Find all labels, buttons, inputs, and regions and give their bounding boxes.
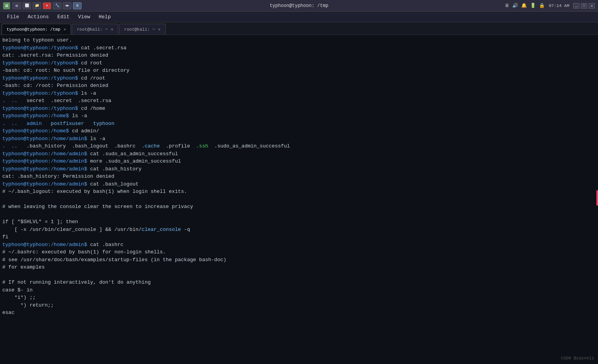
taskbar-btn-5[interactable]: 🔧 [53, 2, 61, 9]
terminal-line: -bash: cd: root: No such file or directo… [2, 67, 596, 75]
menu-help[interactable]: Help [95, 13, 114, 21]
terminal-line: cat: .secret.rsa: Permission denied [2, 52, 596, 59]
maximize-button[interactable]: □ [581, 3, 587, 9]
terminal-line: # If not running interactively, don't do… [2, 279, 596, 286]
terminal-line: . .. .bash_history .bash_logout .bashrc … [2, 142, 596, 150]
taskbar-btn-4[interactable]: ● [43, 2, 51, 9]
notification-icon: 🔔 [521, 3, 527, 9]
scroll-indicator [596, 190, 598, 206]
monitor-icon: 🖥 [504, 3, 509, 9]
menu-bar: File Actions Edit View Help [0, 12, 598, 23]
terminal-line: typhoon@typhoon:/typhoon$ cat .secret.rs… [2, 44, 596, 52]
close-button[interactable]: ✕ [589, 3, 595, 9]
terminal-line: typhoon@typhoon:/typhoon$ ls -a [2, 90, 596, 97]
terminal-line: *) return;; [2, 302, 596, 309]
taskbar-btn-2[interactable]: ⬜ [23, 2, 31, 9]
tab-label-1: typhoon@typhoon: /tmp [7, 27, 61, 32]
minimize-button[interactable]: _ [573, 3, 579, 9]
terminal-line: typhoon@typhoon:/home/admin$ cat .bash_h… [2, 165, 596, 173]
terminal-line [2, 271, 596, 279]
app-window: File Actions Edit View Help typhoon@typh… [0, 12, 598, 364]
lock-icon: 🔒 [539, 3, 545, 9]
tab-close-2[interactable]: ✕ [111, 27, 113, 32]
tab-label-3: root@kali: ~ [124, 27, 155, 32]
tab-root-kali-2[interactable]: root@kali: ~ ✕ [119, 24, 166, 35]
tab-bar: typhoon@typhoon: /tmp ✕ root@kali: ~ ✕ r… [0, 23, 598, 35]
terminal-line: # when leaving the console clear the scr… [2, 203, 596, 211]
terminal-line: typhoon@typhoon:/typhoon$ cd /root [2, 75, 596, 82]
terminal-line: # ~/.bash_logout: executed by bash(1) wh… [2, 188, 596, 196]
battery-icon: 🔋 [530, 3, 536, 9]
volume-icon: 🔊 [512, 3, 518, 9]
terminal-line: typhoon@typhoon:/typhoon$ cd /home [2, 105, 596, 113]
terminal-line: -bash: cd: /root: Permission denied [2, 82, 596, 90]
terminal-line: [ -x /usr/bin/clear_console ] && /usr/bi… [2, 226, 596, 234]
terminal-line: typhoon@typhoon:/home/admin$ ls -a [2, 135, 596, 143]
menu-edit[interactable]: Edit [54, 13, 73, 21]
terminal-line: cat: .bash_history: Permission denied [2, 173, 596, 180]
terminal-line: typhoon@typhoon:/home$ ls -a [2, 112, 596, 120]
terminal-line: typhoon@typhoon:/typhoon$ cd root [2, 59, 596, 67]
watermark-text: CSDN @zaynel1 [561, 356, 594, 361]
terminal-content[interactable]: belong to typhoon user. typhoon@typhoon:… [0, 35, 598, 352]
title-bar: 🖥 ▤ ⬜ 📁 ● 🔧 ◀▶ 🖥 typhoon@typhoon: /tmp 🖥… [0, 0, 598, 12]
terminal-line: typhoon@typhoon:/home$ cd admin/ [2, 127, 596, 135]
window-title: typhoon@typhoon: /tmp [270, 3, 328, 9]
terminal-line: *i*) ;; [2, 294, 596, 302]
terminal-line: # ~/.bashrc: executed by bash(1) for non… [2, 248, 596, 256]
tab-close-1[interactable]: ✕ [64, 27, 66, 32]
taskbar-btn-1[interactable]: ▤ [12, 2, 21, 9]
terminal-line: if [ "$SHLVL" = 1 ]; then [2, 218, 596, 226]
tab-typhoon-tmp[interactable]: typhoon@typhoon: /tmp ✕ [2, 24, 71, 35]
terminal-line: typhoon@typhoon:/home/admin$ more .sudo_… [2, 158, 596, 165]
terminal-line: case $- in [2, 286, 596, 294]
terminal-line: typhoon@typhoon:/home/admin$ cat .bashrc [2, 241, 596, 249]
taskbar-btn-7[interactable]: 🖥 [73, 2, 81, 9]
terminal-line: . .. admin postfixuser typhoon [2, 120, 596, 128]
terminal-line: fi [2, 233, 596, 241]
terminal-line: # see /usr/share/doc/bash/examples/start… [2, 256, 596, 264]
tab-root-kali-1[interactable]: root@kali: ~ ✕ [72, 24, 118, 35]
tab-close-3[interactable]: ✕ [158, 27, 161, 32]
terminal-line: esac [2, 309, 596, 317]
terminal-line: typhoon@typhoon:/home/admin$ cat .sudo_a… [2, 150, 596, 158]
menu-actions[interactable]: Actions [24, 13, 53, 21]
terminal-line: # for examples [2, 263, 596, 271]
clock: 07:14 AM [549, 3, 569, 8]
menu-view[interactable]: View [74, 13, 94, 21]
terminal-line: typhoon@typhoon:/home/admin$ cat .bash_l… [2, 180, 596, 188]
terminal-line: belong to typhoon user. [2, 36, 596, 44]
terminal-line [2, 211, 596, 218]
terminal-line [2, 196, 596, 203]
terminal-line: . .. secret .secret .secret.rsa [2, 97, 596, 105]
menu-file[interactable]: File [3, 13, 23, 21]
bottom-bar: CSDN @zaynel1 [0, 352, 598, 364]
taskbar-btn-3[interactable]: 📁 [33, 2, 41, 9]
tab-label-2: root@kali: ~ [77, 27, 107, 32]
app-icon: 🖥 [3, 2, 10, 9]
taskbar-btn-6[interactable]: ◀▶ [63, 2, 71, 9]
